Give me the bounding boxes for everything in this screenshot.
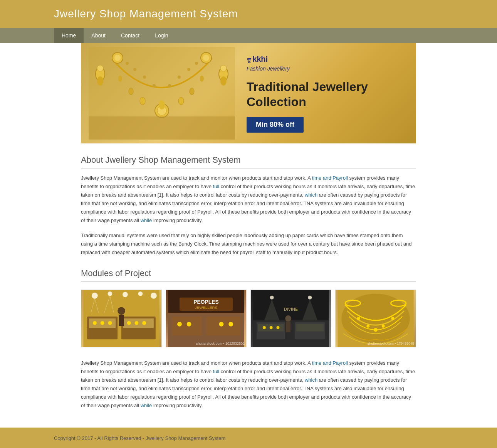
bottom-full-link[interactable]: full [213, 369, 220, 374]
svg-point-11 [114, 55, 121, 61]
svg-rect-69 [296, 324, 324, 332]
svg-point-65 [308, 296, 312, 300]
nav-link-contact[interactable]: Contact [113, 28, 147, 43]
svg-point-72 [277, 326, 280, 329]
about-paragraph-2: Traditionally manual systems were used t… [81, 231, 416, 257]
svg-point-70 [263, 326, 266, 329]
nav-item-about[interactable]: About [84, 28, 113, 43]
svg-point-64 [270, 296, 274, 300]
full-link[interactable]: full [213, 184, 220, 189]
bottom-paragraph-1: Jwellery Shop Management System are used… [81, 359, 416, 410]
svg-point-4 [140, 97, 145, 105]
svg-point-8 [190, 88, 194, 95]
svg-point-23 [97, 65, 103, 71]
nav-link-login[interactable]: Login [147, 28, 176, 43]
banner-main-title: Traditional Jewellery Collection [247, 79, 408, 109]
svg-point-20 [178, 76, 181, 79]
svg-point-3 [159, 100, 165, 109]
svg-point-17 [153, 84, 156, 87]
svg-point-60 [219, 322, 224, 327]
banner-brand-name: सु kkhi [247, 54, 268, 64]
svg-rect-75 [286, 322, 290, 332]
hero-banner: सु kkhi Fashion Jewellery Traditional Je… [81, 43, 416, 143]
time-payroll-link[interactable]: time and Payroll [312, 175, 348, 181]
banner-discount-badge: Min 80% off [247, 117, 304, 133]
svg-point-32 [123, 292, 128, 297]
svg-point-80 [357, 317, 360, 320]
svg-point-43 [108, 321, 112, 325]
about-title: About Jwellery Shop Management System [81, 155, 416, 168]
img4-watermark: shutterstock.com • 179488048 [368, 342, 414, 345]
nav-item-contact[interactable]: Contact [113, 28, 147, 43]
module-image-2: PEOPLES JEWELLERS shutterstock.com • 102… [166, 290, 247, 347]
svg-point-79 [341, 294, 410, 343]
module-images-row: PEOPLES JEWELLERS shutterstock.com • 102… [81, 290, 416, 347]
svg-point-26 [220, 65, 227, 71]
svg-point-6 [118, 76, 122, 82]
main-nav: Home About Contact Login [0, 28, 497, 43]
svg-rect-50 [119, 315, 124, 326]
footer-copyright: Copyright © 2017 - All Rights Reserved -… [54, 435, 443, 441]
svg-point-27 [220, 76, 227, 86]
banner-brand-subtitle: Fashion Jewellery [247, 66, 290, 72]
svg-point-71 [270, 326, 273, 329]
gold-chains-svg [336, 290, 416, 347]
about-paragraph-1: Jwellery Shop Management System are used… [81, 174, 416, 225]
svg-point-46 [127, 321, 131, 325]
divine-store-svg: DIVINE [251, 290, 331, 347]
nav-link-home[interactable]: Home [54, 28, 84, 43]
peoples-jewellers-svg: PEOPLES JEWELLERS [166, 290, 246, 347]
about-section: About Jwellery Shop Management System Jw… [81, 155, 416, 257]
nav-item-home[interactable]: Home [54, 28, 84, 43]
modules-section: Modules of Project [81, 268, 416, 410]
svg-point-18 [195, 62, 198, 65]
site-footer: Copyright © 2017 - All Rights Reserved -… [0, 428, 497, 448]
svg-point-84 [391, 317, 394, 320]
svg-rect-28 [89, 116, 235, 140]
svg-point-31 [107, 291, 112, 296]
bottom-time-link[interactable]: time and Payroll [312, 360, 348, 366]
svg-rect-53 [172, 317, 202, 335]
nav-item-login[interactable]: Login [147, 28, 176, 43]
svg-point-81 [366, 325, 369, 328]
site-title: Jwellery Shop Management System [54, 8, 497, 20]
svg-point-83 [382, 325, 385, 328]
svg-point-49 [118, 307, 125, 315]
svg-point-9 [200, 76, 204, 82]
jewellery-illustration [89, 47, 235, 140]
svg-point-33 [138, 291, 143, 296]
module-image-1 [81, 290, 162, 347]
svg-point-74 [285, 315, 291, 322]
svg-point-7 [178, 97, 184, 105]
svg-point-16 [143, 76, 146, 79]
banner-text-right: सु kkhi Fashion Jewellery Traditional Je… [243, 46, 416, 140]
main-content: About Jwellery Shop Management System Jw… [81, 143, 416, 428]
bottom-which-link[interactable]: which [305, 377, 317, 383]
img2-watermark: shutterstock.com • 1022532502 [196, 342, 245, 345]
svg-point-21 [168, 84, 171, 87]
svg-point-30 [92, 293, 98, 299]
bottom-while-link[interactable]: while [141, 403, 152, 408]
nav-link-about[interactable]: About [84, 28, 113, 43]
banner-image-left [81, 43, 243, 143]
module-image-4: shutterstock.com • 179488048 [335, 290, 416, 347]
svg-point-61 [228, 322, 233, 327]
site-header: Jwellery Shop Management System [0, 0, 497, 28]
svg-text:DIVINE: DIVINE [284, 307, 298, 312]
svg-point-82 [374, 328, 378, 332]
svg-point-41 [93, 321, 97, 325]
svg-point-42 [101, 321, 104, 325]
svg-point-14 [126, 62, 129, 65]
svg-point-34 [151, 293, 157, 299]
svg-point-5 [129, 88, 133, 95]
shop-interior-svg [81, 290, 161, 347]
svg-text:JEWELLERS: JEWELLERS [195, 305, 218, 310]
modules-title: Modules of Project [81, 268, 416, 282]
svg-text:PEOPLES: PEOPLES [193, 299, 218, 305]
while-link[interactable]: while [141, 217, 152, 223]
svg-rect-54 [206, 317, 240, 335]
svg-point-19 [187, 68, 190, 71]
svg-point-47 [135, 321, 139, 325]
which-link[interactable]: which [305, 192, 317, 198]
svg-point-13 [203, 55, 209, 61]
